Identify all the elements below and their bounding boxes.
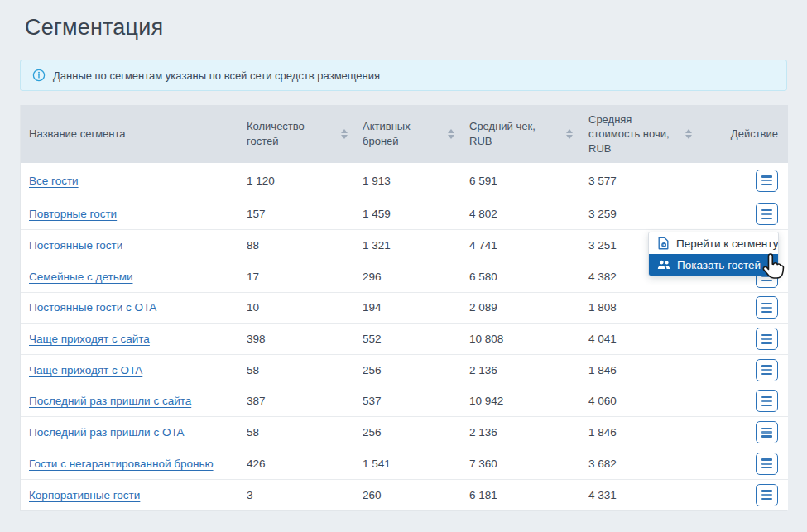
guests-count-cell: 426 (238, 448, 354, 480)
bookings-count-cell: 552 (354, 324, 461, 355)
avg-check-cell: 6 580 (461, 261, 580, 292)
avg-check-cell: 10 942 (461, 386, 580, 417)
sort-icon[interactable] (566, 129, 573, 139)
menu-item-goto-segment[interactable]: Перейти к сегменту (649, 232, 778, 254)
bookings-count-cell: 1 459 (354, 199, 461, 230)
header-avg-check: Средний чек, RUB (461, 105, 580, 163)
hamburger-icon (761, 396, 772, 398)
segment-link[interactable]: Чаще приходят с сайта (29, 333, 150, 345)
info-icon (32, 69, 46, 82)
avg-check-cell: 10 808 (461, 324, 580, 355)
table-row: Постоянные гости с OTA 10 194 2 089 1 80… (21, 292, 788, 324)
bookings-count-cell: 260 (354, 479, 461, 510)
guests-count-cell: 17 (238, 261, 354, 292)
hamburger-icon (761, 303, 772, 304)
segment-link[interactable]: Последний раз пришли с сайта (29, 395, 191, 407)
hamburger-icon (761, 334, 772, 336)
users-icon (657, 260, 670, 270)
sort-icon[interactable] (448, 129, 454, 139)
guests-count-cell: 58 (238, 354, 354, 386)
bookings-count-cell: 1 321 (354, 230, 461, 261)
segmentation-page: { "page": { "title": "Сегментация" }, "b… (0, 0, 807, 532)
avg-check-cell: 2 089 (461, 292, 580, 324)
sort-icon[interactable] (341, 129, 348, 139)
hamburger-icon (761, 490, 772, 491)
bookings-count-cell: 296 (354, 261, 461, 292)
avg-check-cell: 4 741 (461, 230, 580, 261)
segment-link[interactable]: Корпоративные гости (29, 489, 140, 501)
table-row: Корпоративные гости 3 260 6 181 4 331 (21, 479, 788, 510)
row-actions-button[interactable] (756, 359, 778, 381)
avg-night-cell: 3 682 (580, 448, 721, 480)
header-active-bookings: Активных броней (354, 105, 461, 163)
avg-night-cell: 1 846 (580, 354, 721, 386)
segment-link[interactable]: Все гости (29, 175, 79, 187)
table-row: Все гости 1 120 1 913 6 591 3 577 (21, 163, 788, 199)
table-row: Гости с негарантированной бронью 426 1 5… (21, 448, 788, 480)
banner-text: Данные по сегментам указаны по всей сети… (53, 69, 380, 82)
header-segment-name: Название сегмента (21, 105, 238, 163)
row-actions-button[interactable] (756, 453, 778, 475)
table-row: Чаще приходят с сайта 398 552 10 808 4 0… (21, 324, 788, 355)
bookings-count-cell: 1 913 (354, 163, 461, 199)
guests-count-cell: 3 (238, 479, 354, 510)
hamburger-icon (761, 428, 772, 429)
document-goto-icon (657, 237, 670, 250)
avg-night-cell: 3 259 (580, 199, 721, 230)
bookings-count-cell: 537 (354, 386, 461, 417)
segment-link[interactable]: Повторные гости (29, 208, 117, 220)
bookings-count-cell: 256 (354, 417, 461, 448)
header-avg-night-cost: Средняя стоимость ночи, RUB (580, 105, 721, 163)
hamburger-icon (761, 458, 772, 460)
row-actions-button[interactable] (756, 390, 778, 412)
avg-night-cell: 4 060 (580, 386, 721, 417)
hamburger-icon (761, 209, 772, 211)
row-actions-button[interactable] (756, 421, 778, 443)
segment-link[interactable]: Последний раз пришли с OTA (29, 426, 185, 439)
menu-item-show-guests[interactable]: Показать гостей (649, 254, 778, 276)
hamburger-icon (761, 365, 772, 367)
table-row: Последний раз пришли с сайта 387 537 10 … (21, 386, 788, 417)
header-action: Действие (721, 105, 788, 163)
row-actions-button[interactable] (756, 296, 778, 319)
avg-check-cell: 2 136 (461, 354, 580, 386)
avg-night-cell: 1 808 (580, 292, 721, 324)
segment-link[interactable]: Чаще приходят с OTA (29, 364, 142, 376)
guests-count-cell: 387 (238, 386, 354, 417)
avg-night-cell: 3 577 (580, 163, 721, 199)
row-actions-button[interactable] (756, 203, 778, 225)
guests-count-cell: 10 (238, 292, 354, 324)
avg-check-cell: 4 802 (461, 199, 580, 230)
table-header-row: Название сегмента Количество гостей Акти… (21, 105, 788, 163)
header-guests-count: Количество гостей (238, 105, 354, 163)
info-banner: Данные по сегментам указаны по всей сети… (20, 60, 787, 91)
avg-night-cell: 4 041 (580, 324, 721, 355)
table-row: Повторные гости 157 1 459 4 802 3 259 (21, 199, 788, 230)
table-row: Чаще приходят с OTA 58 256 2 136 1 846 (21, 354, 788, 386)
row-actions-button[interactable] (756, 484, 778, 506)
segment-link[interactable]: Семейные с детьми (29, 271, 132, 283)
hamburger-icon (761, 175, 772, 177)
segments-table: Название сегмента Количество гостей Акти… (20, 105, 787, 511)
guests-count-cell: 157 (238, 199, 354, 230)
avg-night-cell: 1 846 (580, 417, 721, 448)
guests-count-cell: 58 (238, 417, 354, 448)
avg-night-cell: 4 331 (580, 479, 721, 510)
avg-check-cell: 2 136 (461, 417, 580, 448)
segment-link[interactable]: Постоянные гости (29, 239, 122, 252)
row-actions-button[interactable] (756, 328, 778, 350)
segment-link[interactable]: Гости с негарантированной бронью (29, 458, 214, 470)
guests-count-cell: 398 (238, 324, 354, 355)
avg-check-cell: 6 181 (461, 479, 580, 510)
table-row: Последний раз пришли с OTA 58 256 2 136 … (21, 417, 788, 448)
guests-count-cell: 1 120 (238, 163, 354, 199)
guests-count-cell: 88 (238, 230, 354, 261)
bookings-count-cell: 1 541 (354, 448, 461, 480)
row-actions-menu: Перейти к сегменту Показать гостей (648, 232, 779, 276)
bookings-count-cell: 256 (354, 354, 461, 386)
avg-check-cell: 7 360 (461, 448, 580, 480)
bookings-count-cell: 194 (354, 292, 461, 324)
sort-icon[interactable] (685, 129, 692, 139)
row-actions-button[interactable] (756, 170, 778, 192)
segment-link[interactable]: Постоянные гости с OTA (29, 301, 156, 314)
